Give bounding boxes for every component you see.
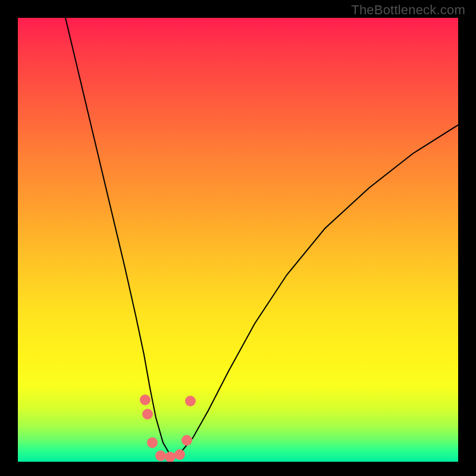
valley-marker <box>185 396 196 406</box>
curve-right-path <box>171 125 458 457</box>
curve-left-path <box>65 18 171 457</box>
plot-overlay <box>18 18 458 462</box>
chart-stage: TheBottleneck.com <box>0 0 476 476</box>
valley-marker <box>174 449 185 460</box>
watermark-text: TheBottleneck.com <box>351 2 465 18</box>
valley-marker <box>155 450 166 461</box>
plot-area <box>18 18 458 462</box>
valley-marker <box>140 394 151 405</box>
valley-marker <box>142 409 153 419</box>
valley-marker <box>165 452 176 462</box>
valley-marker <box>147 437 158 448</box>
valley-marker <box>181 435 192 446</box>
